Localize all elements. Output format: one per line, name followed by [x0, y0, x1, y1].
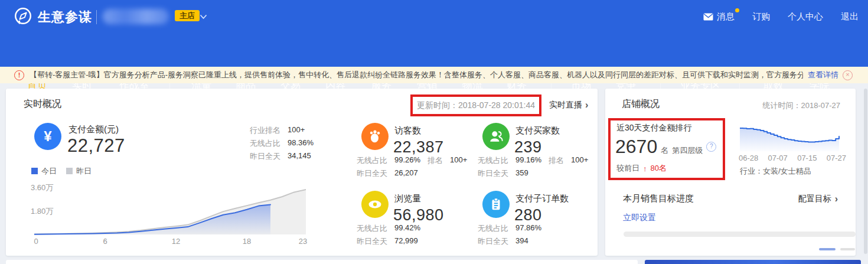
- visitors-label: 访客数: [394, 125, 421, 136]
- chevron-right-icon: ›: [585, 100, 588, 110]
- stat-value: 100+: [288, 125, 305, 136]
- stat-value: 99.26%: [394, 155, 420, 166]
- views-stat-row: 无线占比 99.42%: [357, 223, 420, 234]
- stat-value: 97.86%: [515, 223, 541, 234]
- x-tick-6: 6: [103, 237, 107, 246]
- realtime-overview-card: 实时概况 更新时间：2018-07-28 20:01:44 实时直播 › ¥ 支…: [6, 89, 598, 256]
- carousel-dash[interactable]: [840, 248, 855, 250]
- rank-value: 2670: [615, 136, 657, 158]
- buyers-value: 239: [514, 138, 542, 157]
- messages-button[interactable]: 消息: [703, 11, 735, 22]
- stat-time: 统计时间：2018-07-27: [763, 100, 841, 111]
- mini-chart-x-labels: 06-28 07-07 07-15 07-27: [739, 154, 846, 162]
- stat-value: 72,999: [394, 236, 418, 247]
- mini-x-label: 07-07: [768, 154, 788, 162]
- stat-value: 34,145: [288, 151, 311, 162]
- update-time: 更新时间：2018-07-28 20:01:44: [417, 100, 535, 111]
- footprint-icon: [367, 129, 383, 144]
- notice-text: 【帮转-客服主管-哦】官方服务分析产品-服务洞察已隆重上线，提供售前体验，售中转…: [30, 70, 803, 80]
- orders-stat-row: 无线占比 97.86%: [478, 223, 541, 234]
- orders-label: 支付子订单数: [515, 193, 569, 204]
- realtime-card-title: 实时概况: [24, 98, 61, 110]
- views-stat-row: 昨日全天 72,999: [357, 236, 418, 247]
- up-arrow-icon: ↑: [643, 164, 647, 173]
- brand-compass-logo-icon: [13, 6, 33, 27]
- stat-label: 无线占比: [250, 138, 280, 149]
- goal-config-link[interactable]: 配置目标 ›: [798, 194, 838, 204]
- logout-button[interactable]: 退出: [841, 11, 859, 22]
- goal-title: 本月销售目标进度: [623, 193, 694, 204]
- rank-delta-line: 较前日 ↑ 80名: [616, 163, 667, 174]
- legend-today: 今日: [31, 166, 57, 177]
- stat-value: 99.16%: [515, 155, 541, 166]
- stat-label: 行业排名: [250, 125, 280, 136]
- shop-overview-card: 店铺概况 统计时间：2018-07-27 近30天支付金额排行 2670 名 第…: [605, 89, 856, 256]
- payment-label: 支付金额(元): [68, 124, 119, 135]
- buyers-label: 支付买家数: [515, 125, 560, 136]
- goal-setup-link[interactable]: 立即设置: [623, 213, 656, 223]
- realtime-trend-chart: [34, 181, 306, 236]
- stat-value: 359: [515, 168, 528, 179]
- profile-button[interactable]: 个人中心: [788, 11, 823, 22]
- stat-label: 昨日全天: [357, 236, 387, 247]
- page: { "brand": {"name": "生意参谋", "badge": "主店…: [0, 0, 868, 264]
- industry-label: 行业：女装/女士精品: [740, 166, 811, 177]
- live-broadcast-link[interactable]: 实时直播 ›: [549, 100, 588, 110]
- views-value: 56,980: [393, 206, 444, 224]
- stat-label: 昨日全天: [250, 151, 280, 162]
- brand-divider: [96, 10, 97, 24]
- legend-yesterday: 昨日: [66, 166, 92, 177]
- stat-value: 100+: [450, 155, 467, 166]
- mini-x-label: 07-15: [797, 154, 817, 162]
- main-shop-badge[interactable]: 主店: [175, 10, 200, 21]
- delta-value: 80名: [651, 163, 667, 174]
- profile-label: 个人中心: [788, 11, 823, 22]
- notice-bar: ! 【帮转-客服主管-哦】官方服务分析产品-服务洞察已隆重上线，提供售前体验，售…: [0, 67, 868, 83]
- shop-card-title: 店铺概况: [622, 98, 660, 110]
- buyers-icon: [482, 123, 510, 150]
- payment-stat-row: 行业排名 100+: [250, 125, 305, 136]
- carousel-dash-active[interactable]: [819, 248, 836, 250]
- stat-label: 无线占比: [357, 223, 387, 234]
- stat-value: 26,207: [394, 168, 418, 179]
- help-icon[interactable]: ?: [706, 142, 716, 152]
- views-label: 浏览量: [394, 193, 421, 204]
- stat-label: 无线占比: [478, 223, 508, 234]
- next-card-sliver-right: [645, 260, 861, 264]
- x-tick-18: 18: [243, 237, 251, 246]
- yen-glyph: ¥: [44, 128, 51, 145]
- visitors-stat-row: 昨日全天 26,207: [357, 168, 418, 179]
- visitors-stat-row: 无线占比 99.26% 排名 100+: [357, 155, 467, 166]
- goal-config-label: 配置目标: [798, 194, 831, 204]
- chart-legend: 今日 昨日: [31, 166, 92, 177]
- stat-value: 99.42%: [394, 223, 420, 234]
- mini-x-label: 07-27: [827, 154, 846, 162]
- notice-close-icon[interactable]: ×: [843, 70, 853, 80]
- payment-stat-row: 无线占比 98.36%: [250, 138, 314, 149]
- order-label: 订购: [752, 11, 770, 22]
- x-tick-23: 23: [299, 237, 307, 246]
- scrollbar[interactable]: [864, 89, 867, 254]
- clipboard-icon: [488, 197, 504, 212]
- stat-value: 394: [515, 236, 528, 247]
- orders-icon: [482, 191, 510, 218]
- logout-label: 退出: [841, 11, 859, 22]
- main-nav: 首页 实时 作战室 流量 商品 交易 内容 服务 营销 物流 财务 市场 竞争 …: [0, 34, 868, 67]
- notice-detail-link[interactable]: 查看详情: [808, 70, 838, 80]
- stat-label: 排名: [549, 155, 564, 166]
- order-button[interactable]: 订购: [752, 11, 770, 22]
- orders-value: 280: [514, 206, 542, 224]
- buyers-stat-row: 昨日全天 359: [478, 168, 528, 179]
- shop-name-blurred[interactable]: [103, 9, 169, 24]
- payment-amount-icon: ¥: [34, 123, 61, 150]
- rank-title: 近30天支付金额排行: [616, 123, 692, 133]
- envelope-icon: [703, 13, 713, 21]
- chevron-right-icon: ›: [835, 194, 838, 204]
- rank-unit: 名: [661, 145, 668, 156]
- views-icon: [361, 191, 389, 218]
- visitors-icon: [361, 123, 389, 150]
- chevron-down-icon[interactable]: [200, 14, 207, 19]
- message-notification-dot: [735, 8, 739, 12]
- rank-line: 2670 名 第四层级 ?: [615, 136, 716, 158]
- visitors-value: 22,387: [393, 138, 444, 157]
